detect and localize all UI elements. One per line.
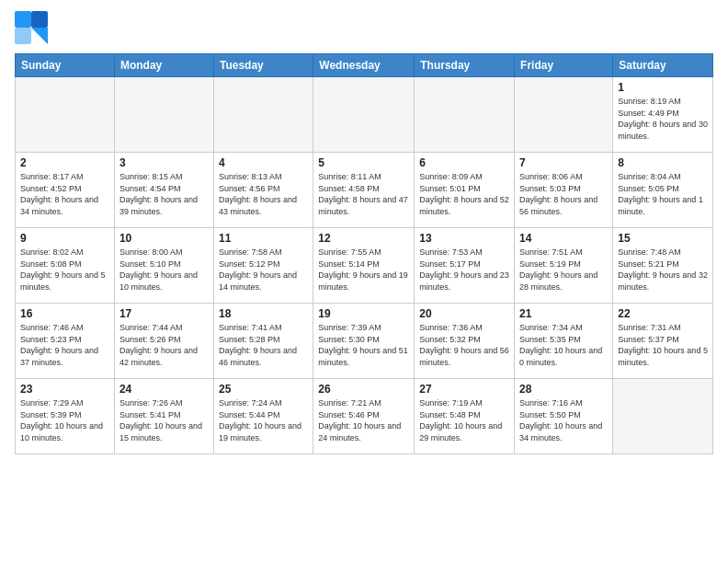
calendar-cell: 3Sunrise: 8:15 AM Sunset: 4:54 PM Daylig… (114, 153, 213, 228)
svg-rect-0 (15, 11, 31, 28)
calendar-cell: 16Sunrise: 7:46 AM Sunset: 5:23 PM Dayli… (16, 304, 115, 379)
day-number: 24 (119, 383, 209, 396)
day-number: 14 (519, 232, 608, 245)
calendar-cell (16, 77, 115, 153)
calendar-cell: 18Sunrise: 7:41 AM Sunset: 5:28 PM Dayli… (213, 304, 313, 379)
weekday-header-monday: Monday (114, 54, 213, 77)
calendar-cell: 20Sunrise: 7:36 AM Sunset: 5:32 PM Dayli… (415, 304, 515, 379)
day-number: 23 (20, 383, 109, 396)
day-info: Sunrise: 8:11 AM Sunset: 4:58 PM Dayligh… (318, 171, 409, 217)
day-number: 15 (618, 232, 708, 245)
day-info: Sunrise: 7:51 AM Sunset: 5:19 PM Dayligh… (519, 247, 608, 293)
calendar-cell: 5Sunrise: 8:11 AM Sunset: 4:58 PM Daylig… (313, 153, 415, 228)
day-info: Sunrise: 7:55 AM Sunset: 5:14 PM Dayligh… (318, 247, 409, 293)
day-info: Sunrise: 8:09 AM Sunset: 5:01 PM Dayligh… (419, 171, 509, 217)
svg-rect-3 (15, 28, 31, 44)
day-number: 26 (318, 383, 409, 396)
day-info: Sunrise: 7:24 AM Sunset: 5:44 PM Dayligh… (219, 397, 308, 443)
calendar-cell (213, 77, 313, 153)
day-info: Sunrise: 7:44 AM Sunset: 5:26 PM Dayligh… (119, 322, 209, 368)
calendar-cell: 15Sunrise: 7:48 AM Sunset: 5:21 PM Dayli… (613, 228, 713, 304)
calendar-cell: 28Sunrise: 7:16 AM Sunset: 5:50 PM Dayli… (515, 379, 613, 454)
calendar-cell (613, 379, 713, 454)
calendar-cell (415, 77, 515, 153)
day-info: Sunrise: 7:21 AM Sunset: 5:46 PM Dayligh… (318, 397, 409, 443)
calendar-cell: 21Sunrise: 7:34 AM Sunset: 5:35 PM Dayli… (515, 304, 613, 379)
svg-marker-2 (31, 28, 48, 44)
day-info: Sunrise: 8:15 AM Sunset: 4:54 PM Dayligh… (119, 171, 209, 217)
day-number: 25 (219, 383, 308, 396)
calendar-cell: 27Sunrise: 7:19 AM Sunset: 5:48 PM Dayli… (415, 379, 515, 454)
logo (15, 11, 51, 48)
calendar-cell: 22Sunrise: 7:31 AM Sunset: 5:37 PM Dayli… (613, 304, 713, 379)
day-number: 18 (219, 307, 308, 320)
day-info: Sunrise: 7:58 AM Sunset: 5:12 PM Dayligh… (219, 247, 308, 293)
day-info: Sunrise: 7:31 AM Sunset: 5:37 PM Dayligh… (618, 322, 708, 368)
day-number: 7 (519, 156, 608, 169)
calendar-cell: 19Sunrise: 7:39 AM Sunset: 5:30 PM Dayli… (313, 304, 415, 379)
calendar-cell (515, 77, 613, 153)
day-number: 10 (119, 232, 209, 245)
day-info: Sunrise: 8:13 AM Sunset: 4:56 PM Dayligh… (219, 171, 308, 217)
day-info: Sunrise: 7:36 AM Sunset: 5:32 PM Dayligh… (419, 322, 509, 368)
weekday-header-wednesday: Wednesday (313, 54, 415, 77)
day-info: Sunrise: 7:16 AM Sunset: 5:50 PM Dayligh… (519, 397, 608, 443)
day-info: Sunrise: 7:19 AM Sunset: 5:48 PM Dayligh… (419, 397, 509, 443)
day-info: Sunrise: 8:02 AM Sunset: 5:08 PM Dayligh… (20, 247, 109, 293)
svg-rect-1 (31, 11, 48, 28)
day-info: Sunrise: 8:06 AM Sunset: 5:03 PM Dayligh… (519, 171, 608, 217)
day-number: 12 (318, 232, 409, 245)
day-info: Sunrise: 7:26 AM Sunset: 5:41 PM Dayligh… (119, 397, 209, 443)
day-info: Sunrise: 8:19 AM Sunset: 4:49 PM Dayligh… (618, 96, 708, 142)
calendar-cell: 9Sunrise: 8:02 AM Sunset: 5:08 PM Daylig… (16, 228, 115, 304)
calendar-cell: 13Sunrise: 7:53 AM Sunset: 5:17 PM Dayli… (415, 228, 515, 304)
day-info: Sunrise: 7:41 AM Sunset: 5:28 PM Dayligh… (219, 322, 308, 368)
day-number: 4 (219, 156, 308, 169)
day-info: Sunrise: 7:46 AM Sunset: 5:23 PM Dayligh… (20, 322, 109, 368)
day-number: 28 (519, 383, 608, 396)
day-number: 1 (618, 81, 708, 94)
day-number: 27 (419, 383, 509, 396)
calendar-cell: 24Sunrise: 7:26 AM Sunset: 5:41 PM Dayli… (114, 379, 213, 454)
calendar-cell: 4Sunrise: 8:13 AM Sunset: 4:56 PM Daylig… (213, 153, 313, 228)
calendar-cell: 6Sunrise: 8:09 AM Sunset: 5:01 PM Daylig… (415, 153, 515, 228)
calendar-cell: 26Sunrise: 7:21 AM Sunset: 5:46 PM Dayli… (313, 379, 415, 454)
weekday-header-tuesday: Tuesday (213, 54, 313, 77)
day-number: 17 (119, 307, 209, 320)
day-info: Sunrise: 7:48 AM Sunset: 5:21 PM Dayligh… (618, 247, 708, 293)
day-number: 20 (419, 307, 509, 320)
calendar-cell: 1Sunrise: 8:19 AM Sunset: 4:49 PM Daylig… (613, 77, 713, 153)
calendar-cell: 2Sunrise: 8:17 AM Sunset: 4:52 PM Daylig… (16, 153, 115, 228)
day-number: 21 (519, 307, 608, 320)
day-number: 3 (119, 156, 209, 169)
calendar-cell: 14Sunrise: 7:51 AM Sunset: 5:19 PM Dayli… (515, 228, 613, 304)
weekday-header-thursday: Thursday (415, 54, 515, 77)
calendar-cell: 12Sunrise: 7:55 AM Sunset: 5:14 PM Dayli… (313, 228, 415, 304)
calendar-cell: 7Sunrise: 8:06 AM Sunset: 5:03 PM Daylig… (515, 153, 613, 228)
calendar-cell: 17Sunrise: 7:44 AM Sunset: 5:26 PM Dayli… (114, 304, 213, 379)
day-info: Sunrise: 7:53 AM Sunset: 5:17 PM Dayligh… (419, 247, 509, 293)
day-info: Sunrise: 8:04 AM Sunset: 5:05 PM Dayligh… (618, 171, 708, 217)
day-number: 19 (318, 307, 409, 320)
day-info: Sunrise: 7:34 AM Sunset: 5:35 PM Dayligh… (519, 322, 608, 368)
day-info: Sunrise: 8:00 AM Sunset: 5:10 PM Dayligh… (119, 247, 209, 293)
calendar-cell (114, 77, 213, 153)
day-number: 2 (20, 156, 109, 169)
calendar-cell: 23Sunrise: 7:29 AM Sunset: 5:39 PM Dayli… (16, 379, 115, 454)
day-number: 11 (219, 232, 308, 245)
day-number: 13 (419, 232, 509, 245)
day-info: Sunrise: 7:29 AM Sunset: 5:39 PM Dayligh… (20, 397, 109, 443)
weekday-header-friday: Friday (515, 54, 613, 77)
day-number: 6 (419, 156, 509, 169)
calendar-cell (313, 77, 415, 153)
day-number: 16 (20, 307, 109, 320)
day-number: 8 (618, 156, 708, 169)
day-info: Sunrise: 8:17 AM Sunset: 4:52 PM Dayligh… (20, 171, 109, 217)
calendar-cell: 11Sunrise: 7:58 AM Sunset: 5:12 PM Dayli… (213, 228, 313, 304)
logo-icon (15, 11, 48, 44)
weekday-header-saturday: Saturday (613, 54, 713, 77)
day-info: Sunrise: 7:39 AM Sunset: 5:30 PM Dayligh… (318, 322, 409, 368)
calendar-table: SundayMondayTuesdayWednesdayThursdayFrid… (15, 53, 713, 454)
day-number: 5 (318, 156, 409, 169)
day-number: 9 (20, 232, 109, 245)
